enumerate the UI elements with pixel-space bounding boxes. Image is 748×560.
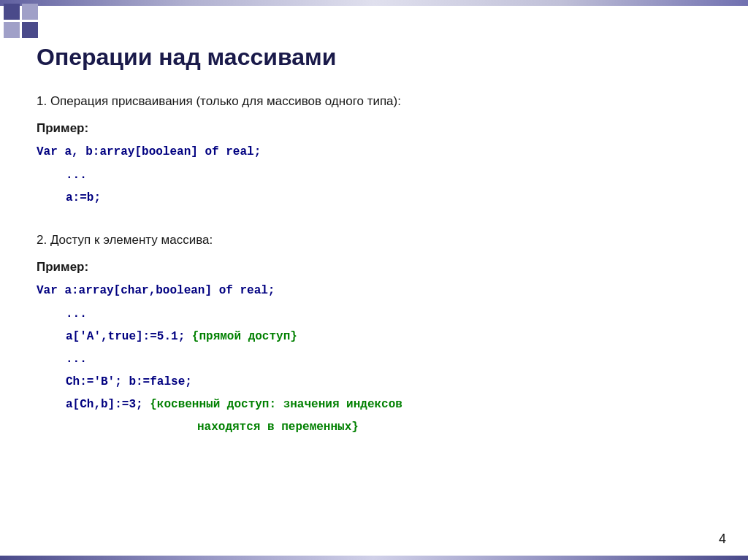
deco-sq1 — [4, 4, 20, 20]
section2-header: 2. Доступ к элементу массива: — [37, 230, 711, 250]
section1-header: 1. Операция присваивания (только для мас… — [37, 91, 711, 111]
deco-sq3 — [4, 22, 20, 38]
slide-title: Операции над массивами — [37, 44, 711, 71]
section2-comment1: {прямой доступ} — [192, 330, 297, 343]
deco-squares — [0, 0, 44, 44]
deco-sq2 — [22, 4, 38, 20]
section2-code5: Ch:='B'; b:=false; — [66, 372, 711, 392]
section2-example-label: Пример: — [37, 257, 711, 277]
section2-code3-text: a['A',true]:=5.1; — [66, 330, 185, 343]
section1-example-label: Пример: — [37, 118, 711, 138]
section1-code3: a:=b; — [66, 188, 711, 208]
top-bar — [0, 0, 748, 6]
deco-sq4 — [22, 22, 38, 38]
section1-code1: Var a, b:array[boolean] of real; — [37, 142, 711, 162]
section2-code1: Var a:array[char,boolean] of real; — [37, 281, 711, 301]
section1-code2: ... — [66, 166, 711, 185]
section2-code6: a[Ch,b]:=3; {косвенный доступ: значения … — [66, 395, 711, 415]
slide-container: Операции над массивами 1. Операция присв… — [0, 0, 748, 560]
page-number: 4 — [719, 532, 726, 547]
section2-code6-text: a[Ch,b]:=3; — [66, 398, 143, 411]
section2-comment2: {косвенный доступ: значения индексов — [150, 398, 402, 411]
section2-code3: a['A',true]:=5.1; {прямой доступ} — [66, 327, 711, 347]
bottom-bar — [0, 556, 748, 560]
section2-code2: ... — [66, 304, 711, 324]
section2-comment2b-text: находятся в переменных} — [197, 421, 359, 434]
section1: 1. Операция присваивания (только для мас… — [37, 91, 711, 208]
section2-code4: ... — [66, 350, 711, 369]
section2-comment2b: находятся в переменных} — [37, 418, 711, 437]
section2: 2. Доступ к элементу массива: Пример: Va… — [37, 230, 711, 438]
slide-content: 1. Операция присваивания (только для мас… — [37, 91, 711, 438]
